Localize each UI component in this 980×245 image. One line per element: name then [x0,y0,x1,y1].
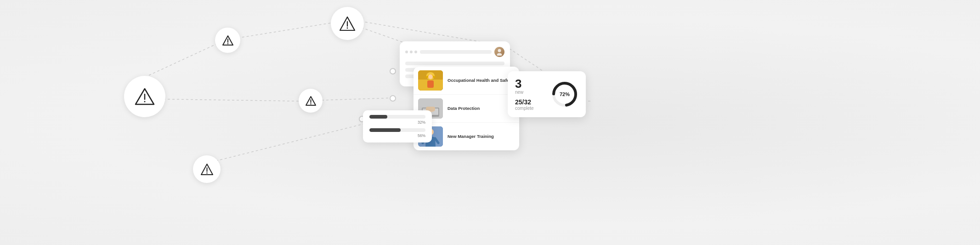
browser-dots [405,51,417,53]
warning-node-med-top [215,28,240,53]
warning-node-large-top-center [331,7,364,40]
donut-percentage: 72% [560,91,570,97]
warning-node-med-mid [299,89,323,113]
warning-triangle-icon [135,87,155,106]
svg-point-22 [428,74,433,79]
browser-dot-1 [405,51,408,53]
progress-bar-fill-2 [369,128,401,132]
progress-bar-fill-1 [369,115,387,119]
warning-triangle-icon [200,163,214,176]
svg-point-8 [347,27,348,28]
donut-chart: 72% [551,80,578,108]
svg-point-16 [497,53,502,56]
course-info-dp: Data Protection [448,106,515,111]
course-info-ohs: Occupational Health and Safety [448,78,515,83]
browser-address-bar [420,50,492,54]
svg-point-11 [310,103,311,104]
connector-dot-2 [390,95,396,102]
course-title-dp: Data Protection [448,106,515,111]
svg-rect-21 [427,80,434,88]
stats-new-count: 3 [515,78,544,90]
course-title-nmt: New Manager Training [448,134,515,139]
browser-dot-2 [410,51,413,53]
browser-row-1 [405,62,504,65]
browser-header [405,47,504,57]
warning-node-med-bottom [193,155,221,183]
svg-point-2 [144,101,146,103]
browser-dot-3 [414,51,417,53]
course-info-nmt: New Manager Training [448,134,515,139]
connector-dot-1 [390,68,396,74]
scene: Occupational Health and Safety Data Prot… [0,0,980,245]
svg-point-5 [227,43,228,44]
stats-fraction: 25/32 [515,98,544,106]
svg-point-15 [498,49,501,52]
progress-bar-bg-1 [369,115,425,119]
course-title-ohs: Occupational Health and Safety [448,78,515,83]
warning-triangle-icon [339,16,356,31]
warning-triangle-icon [305,96,317,106]
stats-new-label: new [515,90,544,95]
progress-pct-2: 56% [369,133,425,138]
course-thumb-ohs [418,70,443,91]
warning-node-large-left [124,76,165,117]
progress-card: 32% 56% [363,110,432,142]
progress-pct-1: 32% [369,120,425,125]
stats-numbers: 3 new 25/32 complete [515,78,544,111]
progress-item-2: 56% [369,128,425,138]
stats-complete-label: complete [515,106,544,111]
stats-card: 3 new 25/32 complete 72% [508,71,586,117]
progress-item-1: 32% [369,115,425,125]
progress-bar-bg-2 [369,128,425,132]
user-avatar [494,47,504,57]
warning-triangle-icon [222,35,234,46]
svg-point-14 [206,172,208,174]
course-item-ohs: Occupational Health and Safety [414,67,519,95]
